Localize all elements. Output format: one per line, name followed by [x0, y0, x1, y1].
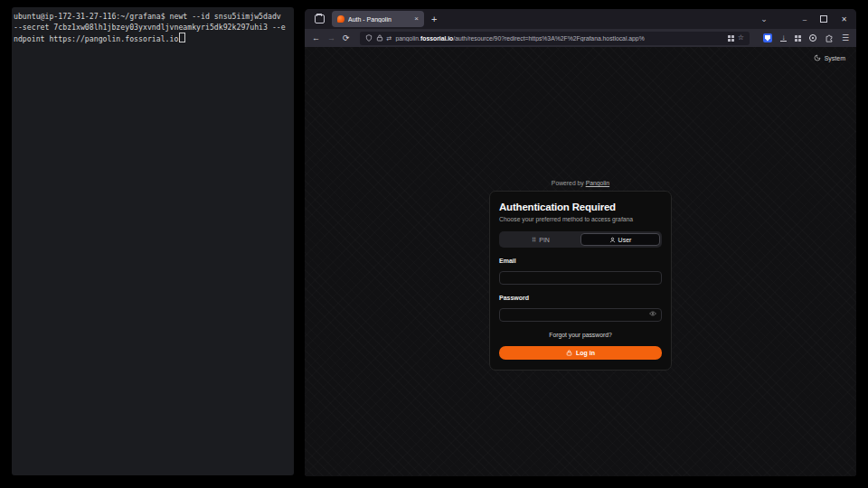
email-input[interactable]	[499, 271, 662, 285]
bookmark-star-icon[interactable]: ☆	[738, 34, 744, 42]
firefox-view-icon[interactable]	[312, 13, 326, 25]
close-window-button[interactable]: ✕	[841, 15, 847, 23]
tab-close-icon[interactable]: ×	[414, 15, 419, 23]
tab-user[interactable]: User	[580, 233, 660, 246]
downloads-icon[interactable]: ↓	[780, 34, 787, 42]
hamburger-menu-icon[interactable]: ☰	[842, 34, 849, 42]
powered-by: Powered by Pangolin	[489, 180, 672, 186]
reload-button[interactable]: ⟳	[343, 34, 350, 42]
browser-window: Auth - Pangolin × + ⌄ – ✕ ← → ⟳ ⇄ pangol…	[305, 9, 856, 476]
browser-nav-toolbar: ← → ⟳ ⇄ pangolin.fossorial.io/auth/resou…	[305, 29, 856, 47]
password-field-wrap	[499, 305, 662, 322]
auth-section: Powered by Pangolin Authentication Requi…	[489, 180, 672, 371]
page-content: System Powered by Pangolin Authenticatio…	[305, 47, 856, 476]
url-domain: fossorial.io	[420, 35, 453, 42]
shield-permissions-icon[interactable]	[365, 34, 373, 42]
terminal-cursor	[179, 33, 185, 42]
email-field-wrap	[499, 267, 662, 285]
keypad-icon: ⠿	[532, 237, 536, 243]
password-label: Password	[499, 295, 662, 301]
pangolin-favicon-icon	[337, 15, 344, 23]
terminal-window[interactable]: ubuntu@ip-172-31-27-116:~/grafana$ newt …	[12, 7, 294, 475]
url-text: pangolin.fossorial.io/auth/resource/90?r…	[395, 35, 723, 42]
login-button-label: Log in	[576, 350, 595, 356]
window-controls: ⌄ – ✕	[760, 14, 847, 23]
desktop: ubuntu@ip-172-31-27-116:~/grafana$ newt …	[0, 0, 868, 488]
lock-icon	[566, 350, 572, 356]
terminal-line: ndpoint https://pangolin.fossorial.io	[14, 33, 292, 44]
forgot-password-link[interactable]: Forgot your password?	[499, 332, 662, 338]
email-label: Email	[499, 258, 662, 264]
login-button[interactable]: Log in	[499, 346, 662, 360]
pangolin-link[interactable]: Pangolin	[586, 180, 609, 186]
extensions-puzzle-icon[interactable]	[825, 33, 834, 42]
auth-method-tabs: ⠿ PIN User	[499, 231, 662, 248]
url-subdomain: pangolin.	[395, 35, 420, 42]
tab-title: Auth - Pangolin	[348, 16, 410, 23]
card-title: Authentication Required	[499, 202, 662, 212]
theme-toggle-button[interactable]: System	[814, 54, 845, 61]
extension-grid-icon[interactable]	[795, 35, 801, 42]
auth-card: Authentication Required Choose your pref…	[489, 191, 672, 371]
url-bar[interactable]: ⇄ pangolin.fossorial.io/auth/resource/90…	[360, 32, 750, 45]
page-action-grid-icon[interactable]	[728, 35, 734, 42]
tab-pin[interactable]: ⠿ PIN	[501, 233, 580, 246]
tab-pin-label: PIN	[539, 237, 550, 243]
browser-tab-bar: Auth - Pangolin × + ⌄ – ✕	[305, 9, 856, 29]
tab-user-label: User	[618, 237, 632, 243]
lock-icon[interactable]	[376, 34, 383, 42]
password-input[interactable]	[499, 308, 662, 322]
forward-button[interactable]: →	[327, 34, 335, 42]
new-tab-button[interactable]: +	[431, 14, 437, 24]
minimize-button[interactable]: –	[803, 15, 807, 23]
ublock-addon-icon[interactable]	[763, 33, 772, 42]
record-target-addon-icon[interactable]	[809, 34, 816, 42]
show-password-eye-icon[interactable]	[649, 310, 656, 317]
user-icon	[609, 237, 616, 243]
moon-icon	[814, 54, 821, 61]
list-tabs-chevron-icon[interactable]: ⌄	[760, 14, 768, 23]
url-path: /auth/resource/90?redirect=https%3A%2F%2…	[453, 35, 644, 42]
terminal-line-text: ndpoint https://pangolin.fossorial.io	[14, 34, 178, 43]
terminal-line: ubuntu@ip-172-31-27-116:~/grafana$ newt …	[14, 11, 292, 22]
back-button[interactable]: ←	[312, 34, 320, 42]
card-subtitle: Choose your preferred method to access g…	[499, 216, 662, 222]
translate-icon[interactable]: ⇄	[387, 35, 392, 42]
browser-tab-auth-pangolin[interactable]: Auth - Pangolin ×	[332, 11, 424, 27]
toolbar-addons: ↓ ☰	[763, 33, 849, 42]
maximize-button[interactable]	[820, 15, 827, 23]
theme-toggle-label: System	[825, 55, 845, 61]
terminal-line: --secret 7cbz1xw08lh1jbzey03yxvndljvneam…	[14, 22, 292, 33]
